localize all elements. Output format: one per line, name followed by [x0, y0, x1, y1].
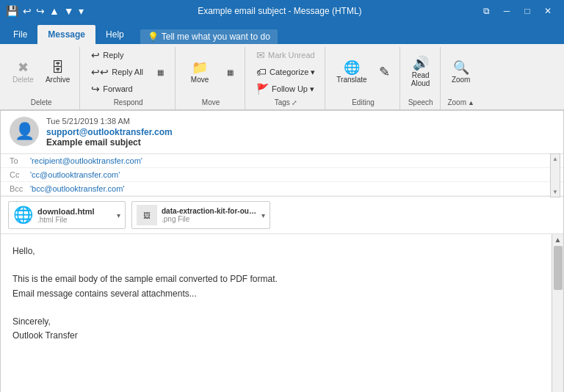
scroll-up-arrow[interactable]: ▲ — [553, 234, 563, 244]
read-aloud-button[interactable]: 🔊 ReadAloud — [406, 53, 435, 91]
delete-buttons: ✖ Delete 🗄 Archive — [7, 47, 75, 97]
move-group-label: Move — [181, 98, 240, 106]
contact-icon: 👤 — [15, 122, 35, 141]
email-body-area: Hello, This is the email body of the sam… — [1, 234, 563, 392]
tags-expand-icon[interactable]: ⤢ — [292, 99, 297, 106]
title-bar: 💾 ↩ ↪ ▲ ▼ ▾ Example email subject - Mess… — [0, 0, 564, 22]
tags-group-label: Tags ⤢ — [251, 98, 320, 106]
translate-label: Translate — [336, 76, 366, 84]
zoom-icon: 🔍 — [453, 61, 469, 74]
zoom-collapse-icon[interactable]: ▲ — [468, 99, 474, 106]
up-icon[interactable]: ▲ — [49, 5, 59, 17]
categorize-label: Categorize ▾ — [270, 68, 315, 77]
email-timestamp: Tue 5/21/2019 1:38 AM — [46, 117, 554, 126]
tags-col: ✉ Mark Unread 🏷 Categorize ▾ 🚩 Follow Up… — [251, 47, 320, 97]
fields-scrollbar[interactable]: ▲ ▼ — [550, 153, 560, 197]
move-extra-button[interactable]: ▦ — [220, 66, 240, 79]
body-scrollbar[interactable]: ▲ ▼ — [552, 234, 563, 392]
undo-icon[interactable]: ↩ — [23, 5, 32, 17]
move-button[interactable]: 📁 Move — [181, 57, 218, 87]
delete-button[interactable]: ✖ Delete — [7, 57, 39, 87]
reply-all-label: Reply All — [112, 68, 143, 76]
read-aloud-icon: 🔊 — [413, 57, 429, 70]
body-line2: Email message contains several attachmen… — [12, 287, 540, 301]
attachment-html[interactable]: 🌐 download.html .html File ▾ — [8, 201, 126, 229]
attachment-png[interactable]: 🖼 data-extraction-kit-for-outlook-screen… — [131, 201, 270, 229]
attachment-png-info: data-extraction-kit-for-outlook-screensh… — [162, 207, 257, 223]
zoom-buttons: 🔍 Zoom — [446, 47, 476, 97]
scroll-thumb[interactable] — [554, 246, 563, 290]
email-header: 👤 Tue 5/21/2019 1:38 AM support@outlookt… — [1, 111, 563, 154]
to-label: To — [10, 156, 30, 165]
maximize-btn[interactable]: □ — [517, 0, 538, 22]
tab-message[interactable]: Message — [37, 25, 95, 44]
categorize-button[interactable]: 🏷 Categorize ▾ — [251, 64, 320, 80]
save-icon[interactable]: 💾 — [6, 5, 18, 17]
respond-more-button[interactable]: ▦ — [150, 66, 170, 79]
restore-btn[interactable]: ⧉ — [476, 0, 496, 22]
tell-me-bar[interactable]: 💡 Tell me what you want to do — [140, 29, 278, 44]
avatar: 👤 — [10, 117, 39, 146]
ribbon-group-speech: 🔊 ReadAloud Speech — [402, 47, 441, 109]
lightbulb-icon: 💡 — [148, 32, 159, 42]
customize-icon[interactable]: ▾ — [79, 5, 84, 17]
window-title: Example email subject - Message (HTML) — [84, 6, 476, 16]
move-icon: 📁 — [192, 61, 208, 74]
attachment-png-dropdown[interactable]: ▾ — [261, 211, 265, 219]
attachment-png-name: data-extraction-kit-for-outlook-screensh… — [162, 207, 257, 215]
follow-up-button[interactable]: 🚩 Follow Up ▾ — [251, 81, 320, 97]
bcc-label: Bcc — [10, 184, 30, 193]
forward-icon: ↪ — [91, 83, 100, 95]
attachment-html-dropdown[interactable]: ▾ — [117, 211, 120, 219]
attachment-html-type: .html File — [37, 216, 112, 224]
ribbon-group-respond: ↩ Reply ↩↩ Reply All ↪ Forward ▦ Respond — [82, 47, 176, 109]
reply-label: Reply — [103, 51, 123, 59]
archive-button[interactable]: 🗄 Archive — [40, 57, 75, 87]
forward-label: Forward — [103, 84, 132, 93]
tab-file[interactable]: File — [3, 25, 37, 44]
delete-label: Delete — [12, 76, 34, 84]
forward-button[interactable]: ↪ Forward — [86, 81, 148, 97]
mark-unread-button[interactable]: ✉ Mark Unread — [251, 47, 320, 63]
email-fields: To 'recipient@outlooktransfer.com' Cc 'c… — [1, 154, 563, 197]
zoom-label: Zoom — [452, 76, 471, 84]
tab-help[interactable]: Help — [95, 25, 134, 44]
ribbon-group-delete: ✖ Delete 🗄 Archive Delete — [3, 47, 80, 109]
ribbon-group-move: 📁 Move ▦ Move — [177, 47, 245, 109]
title-bar-left-icons[interactable]: 💾 ↩ ↪ ▲ ▼ ▾ — [6, 5, 84, 17]
zoom-button[interactable]: 🔍 Zoom — [446, 57, 476, 87]
close-btn[interactable]: ✕ — [538, 0, 558, 22]
email-container: 👤 Tue 5/21/2019 1:38 AM support@outlookt… — [0, 110, 564, 392]
cc-value: 'cc@outlooktransfer.com' — [30, 170, 120, 179]
down-icon[interactable]: ▼ — [64, 5, 74, 17]
email-to-field: To 'recipient@outlooktransfer.com' — [1, 154, 563, 168]
redo-icon[interactable]: ↪ — [36, 5, 45, 17]
delete-group-label: Delete — [7, 98, 75, 106]
email-body: Hello, This is the email body of the sam… — [1, 234, 552, 392]
tab-bar: File Message Help 💡 Tell me what you wan… — [0, 22, 564, 44]
editing-tools-button[interactable]: ✎ — [374, 62, 395, 82]
editing-buttons: 🌐 Translate ✎ — [331, 47, 394, 97]
attachments-row: 🌐 download.html .html File ▾ 🖼 data-extr… — [1, 197, 563, 234]
attachment-html-name: download.html — [37, 207, 112, 216]
categorize-icon: 🏷 — [256, 66, 267, 78]
body-sign2: Outlook Transfer — [12, 329, 540, 343]
reply-button[interactable]: ↩ Reply — [86, 47, 148, 63]
respond-group-label: Respond — [86, 98, 170, 106]
translate-button[interactable]: 🌐 Translate — [331, 57, 372, 87]
ribbon-group-editing: 🌐 Translate ✎ Editing — [327, 47, 400, 109]
reply-all-button[interactable]: ↩↩ Reply All — [86, 64, 148, 80]
editing-group-label: Editing — [331, 98, 394, 106]
window-controls[interactable]: ⧉ ─ □ ✕ — [476, 0, 558, 22]
speech-group-label: Speech — [406, 98, 435, 106]
cursor-icon: ✎ — [379, 65, 390, 79]
to-value: 'recipient@outlooktransfer.com' — [30, 156, 142, 165]
tell-me-text[interactable]: Tell me what you want to do — [162, 32, 270, 42]
fields-scroll-down[interactable]: ▼ — [552, 189, 558, 195]
fields-scroll-up[interactable]: ▲ — [552, 156, 558, 162]
png-file-icon: 🖼 — [137, 205, 157, 225]
email-cc-field: Cc 'cc@outlooktransfer.com' — [1, 168, 563, 182]
minimize-btn[interactable]: ─ — [496, 0, 517, 22]
bcc-value: 'bcc@outlooktransfer.com' — [30, 184, 124, 193]
move-label: Move — [191, 76, 209, 84]
